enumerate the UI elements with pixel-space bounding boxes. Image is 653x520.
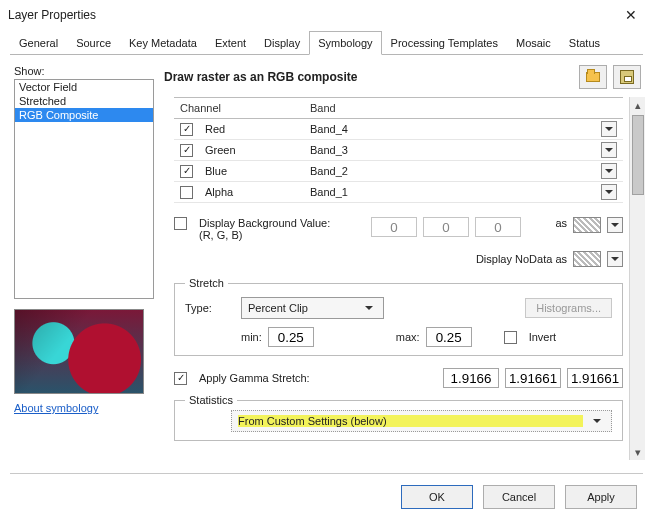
channel-checkbox[interactable] (180, 186, 193, 199)
statistics-group: Statistics From Custom Settings (below) (174, 394, 623, 441)
band-value: Band_1 (310, 186, 601, 198)
display-bg-checkbox[interactable] (174, 217, 187, 230)
band-dropdown[interactable] (601, 184, 617, 200)
table-row: BlueBand_2 (174, 161, 623, 182)
stretch-group: Stretch Type: Percent Clip Histograms... (174, 277, 623, 356)
col-header-channel: Channel (174, 98, 304, 118)
panel-title: Draw raster as an RGB composite (164, 70, 573, 84)
scrollbar-thumb[interactable] (632, 115, 644, 195)
list-item[interactable]: Stretched (15, 94, 153, 108)
table-row: RedBand_4 (174, 119, 623, 140)
band-value: Band_3 (310, 144, 601, 156)
nodata-color-dropdown[interactable] (607, 251, 623, 267)
stretch-max-label: max: (396, 331, 420, 343)
band-dropdown[interactable] (601, 121, 617, 137)
stretch-type-label: Type: (185, 302, 235, 314)
window-title: Layer Properties (8, 8, 617, 22)
stretch-legend: Stretch (185, 277, 228, 289)
gamma-r-input[interactable] (443, 368, 499, 388)
invert-label: Invert (529, 331, 557, 343)
channel-checkbox[interactable] (180, 165, 193, 178)
table-row: AlphaBand_1 (174, 182, 623, 203)
bg-b-input[interactable] (475, 217, 521, 237)
apply-button[interactable]: Apply (565, 485, 637, 509)
band-dropdown[interactable] (601, 163, 617, 179)
tab-display[interactable]: Display (255, 31, 309, 55)
bg-g-input[interactable] (423, 217, 469, 237)
gamma-checkbox[interactable] (174, 372, 187, 385)
channel-name: Green (205, 144, 236, 156)
preview-thumbnail (14, 309, 144, 394)
stretch-max-input[interactable] (426, 327, 472, 347)
gamma-b-input[interactable] (567, 368, 623, 388)
display-bg-label: Display Background Value:(R, G, B) (199, 217, 339, 241)
tab-status[interactable]: Status (560, 31, 609, 55)
disk-icon (620, 70, 634, 84)
ok-button[interactable]: OK (401, 485, 473, 509)
chevron-down-icon (589, 413, 605, 429)
close-icon[interactable]: ✕ (617, 3, 645, 27)
invert-checkbox[interactable] (504, 331, 517, 344)
tab-processing-templates[interactable]: Processing Templates (382, 31, 507, 55)
list-item[interactable]: Vector Field (15, 80, 153, 94)
tab-extent[interactable]: Extent (206, 31, 255, 55)
chevron-down-icon (361, 300, 377, 316)
channel-name: Blue (205, 165, 227, 177)
gamma-label: Apply Gamma Stretch: (199, 372, 310, 384)
table-row: GreenBand_3 (174, 140, 623, 161)
col-header-band: Band (304, 98, 605, 118)
tab-mosaic[interactable]: Mosaic (507, 31, 560, 55)
stretch-type-value: Percent Clip (248, 302, 355, 314)
statistics-legend: Statistics (185, 394, 237, 406)
band-value: Band_4 (310, 123, 601, 135)
folder-icon (586, 72, 600, 82)
bg-color-dropdown[interactable] (607, 217, 623, 233)
stretch-type-select[interactable]: Percent Clip (241, 297, 384, 319)
channel-name: Alpha (205, 186, 233, 198)
tab-general[interactable]: General (10, 31, 67, 55)
tab-key-metadata[interactable]: Key Metadata (120, 31, 206, 55)
open-folder-button[interactable] (579, 65, 607, 89)
nodata-label: Display NoData as (476, 253, 567, 265)
channel-name: Red (205, 123, 225, 135)
about-symbology-link[interactable]: About symbology (14, 402, 154, 414)
bg-as-label: as (555, 217, 567, 229)
tab-strip: GeneralSourceKey MetadataExtentDisplaySy… (10, 30, 643, 55)
scroll-down-icon[interactable]: ▾ (630, 444, 646, 460)
save-button[interactable] (613, 65, 641, 89)
histograms-button[interactable]: Histograms... (525, 298, 612, 318)
channel-checkbox[interactable] (180, 123, 193, 136)
list-item[interactable]: RGB Composite (15, 108, 153, 122)
band-dropdown[interactable] (601, 142, 617, 158)
bg-color-swatch[interactable] (573, 217, 601, 233)
channel-checkbox[interactable] (180, 144, 193, 157)
gamma-g-input[interactable] (505, 368, 561, 388)
cancel-button[interactable]: Cancel (483, 485, 555, 509)
band-value: Band_2 (310, 165, 601, 177)
tab-source[interactable]: Source (67, 31, 120, 55)
scroll-up-icon[interactable]: ▴ (630, 97, 646, 113)
nodata-color-swatch[interactable] (573, 251, 601, 267)
vertical-scrollbar[interactable]: ▴ ▾ (629, 97, 645, 460)
channel-band-table: Channel Band RedBand_4GreenBand_3BlueBan… (174, 97, 623, 203)
tab-symbology[interactable]: Symbology (309, 31, 381, 55)
bg-r-input[interactable] (371, 217, 417, 237)
show-label: Show: (14, 65, 154, 77)
statistics-source-value: From Custom Settings (below) (238, 415, 583, 427)
stretch-min-input[interactable] (268, 327, 314, 347)
statistics-source-select[interactable]: From Custom Settings (below) (231, 410, 612, 432)
stretch-min-label: min: (241, 331, 262, 343)
symbology-list[interactable]: Vector FieldStretchedRGB Composite (14, 79, 154, 299)
